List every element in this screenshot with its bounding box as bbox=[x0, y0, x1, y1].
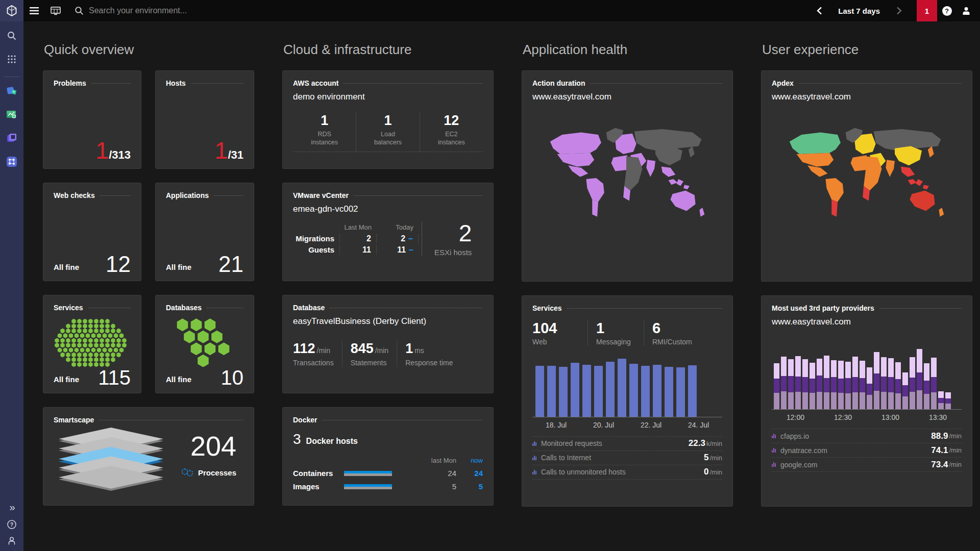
tile-title: Most used 3rd party providers bbox=[772, 304, 874, 312]
section-header-quick-overview: Quick overview bbox=[44, 42, 254, 57]
time-range-label[interactable]: Last 7 days bbox=[838, 7, 880, 15]
search-bar[interactable] bbox=[68, 6, 810, 15]
tile-vmware[interactable]: VMware vCenter emea-gdn-vc002 Last Mon T… bbox=[282, 183, 494, 281]
tile-title: AWS account bbox=[293, 79, 338, 87]
analytics-app-icon[interactable] bbox=[0, 106, 23, 124]
tile-web-checks[interactable]: Web checks All fine 12 bbox=[43, 183, 141, 281]
map-region-china bbox=[655, 146, 682, 165]
tile-action-duration[interactable]: Action duration www.easytravel.com bbox=[522, 70, 733, 282]
menu-icon[interactable] bbox=[23, 0, 45, 21]
tile-aws-account[interactable]: AWS account demo environment 1 RDSinstan… bbox=[282, 70, 494, 169]
tile-title: Problems bbox=[54, 79, 86, 87]
map-region-china bbox=[895, 146, 922, 165]
help-icon[interactable]: ? bbox=[937, 0, 957, 21]
map-region-japan bbox=[928, 146, 934, 157]
mini-bars-icon bbox=[532, 441, 536, 446]
stat-row-calls-unmonitored[interactable]: Calls to unmonitored hosts 0/min bbox=[532, 465, 722, 480]
mini-bars-icon bbox=[772, 448, 776, 453]
map-region-south_america bbox=[825, 178, 843, 202]
database-name: easyTravelBusiness (Derby Client) bbox=[293, 316, 483, 327]
sidebar-search-icon[interactable] bbox=[0, 27, 23, 45]
map-region-mexico bbox=[568, 165, 588, 177]
processes-count: 204 bbox=[190, 430, 236, 462]
help-circle-icon[interactable]: ? bbox=[7, 519, 17, 530]
application-name: www.easytravel.com bbox=[772, 317, 962, 327]
apps-grid-icon[interactable] bbox=[0, 50, 23, 68]
map-region-india bbox=[646, 160, 655, 177]
tile-title: Action duration bbox=[532, 79, 585, 87]
providers-chart-x-axis: 12:00 12:30 13:00 13:30 bbox=[772, 413, 962, 421]
user-icon[interactable] bbox=[957, 0, 976, 21]
processes-label: Processes bbox=[198, 468, 236, 477]
map-region-australia bbox=[670, 190, 695, 211]
tile-3rd-party-providers[interactable]: Most used 3rd party providers www.easytr… bbox=[761, 295, 972, 507]
web-checks-count: 12 bbox=[106, 252, 131, 277]
map-region-canada bbox=[790, 133, 841, 154]
title-rule bbox=[799, 83, 962, 84]
db-stat-response-time: 1ms Response time bbox=[397, 341, 461, 367]
app-logo[interactable] bbox=[0, 0, 23, 21]
tile-title: Databases bbox=[166, 304, 202, 312]
map-region-canada bbox=[550, 133, 601, 154]
map-region-new_zealand bbox=[939, 208, 944, 217]
containers-sparkbar bbox=[344, 471, 392, 476]
services-count: 115 bbox=[98, 366, 131, 389]
title-rule bbox=[214, 195, 243, 196]
map-region-mexico bbox=[807, 165, 827, 177]
tile-services-overview[interactable]: Services All fine 115 bbox=[43, 295, 141, 393]
infrastructure-app-icon[interactable] bbox=[0, 129, 23, 147]
problems-badge[interactable]: 1 bbox=[917, 0, 937, 21]
map-region-africa_main bbox=[624, 156, 642, 190]
status-label: All fine bbox=[54, 375, 79, 384]
docker-hosts-count: 3 bbox=[293, 431, 301, 447]
profile-icon[interactable] bbox=[7, 536, 17, 546]
tile-title: Apdex bbox=[772, 79, 794, 87]
workflows-app-icon[interactable] bbox=[0, 153, 23, 171]
tile-problems[interactable]: Problems 1/313 bbox=[43, 70, 141, 169]
stat-row-monitored-requests[interactable]: Monitored requests 22.3k/min bbox=[532, 437, 722, 451]
mini-bars-icon bbox=[532, 456, 536, 460]
apdex-world-map bbox=[772, 124, 962, 233]
title-rule bbox=[207, 308, 243, 308]
tile-applications[interactable]: Applications All fine 21 bbox=[155, 183, 254, 281]
hosts-problem-count: 1 bbox=[214, 138, 228, 162]
title-rule bbox=[100, 195, 131, 196]
cube-logo-icon bbox=[6, 5, 18, 17]
problems-total: /313 bbox=[109, 148, 131, 162]
provider-row-cfapps[interactable]: cfapps.io 88.9/min bbox=[772, 429, 962, 443]
time-forward-button[interactable] bbox=[889, 0, 909, 21]
topbar: Last 7 days 1 ? bbox=[23, 0, 980, 21]
tile-docker[interactable]: Docker 3 Docker hosts last Mon now Conta… bbox=[282, 407, 494, 506]
tile-smartscape[interactable]: Smartscape 204 Processes bbox=[43, 407, 254, 506]
sidebar-divider bbox=[4, 77, 19, 77]
map-region-india bbox=[886, 160, 895, 177]
tile-services-health[interactable]: Services 104 Web 1 Messaging 6 RMI/Custo… bbox=[522, 295, 733, 507]
svg-text:?: ? bbox=[10, 522, 13, 528]
hosts-total: /31 bbox=[228, 148, 243, 162]
time-back-button[interactable] bbox=[810, 0, 829, 21]
stat-row-calls-internet[interactable]: Calls to Internet 5/min bbox=[532, 451, 722, 465]
tile-title: Hosts bbox=[166, 79, 186, 87]
dashboards-icon[interactable] bbox=[45, 0, 66, 21]
db-stat-transactions: 112/min Transactions bbox=[293, 341, 342, 367]
vcenter-name: emea-gdn-vc002 bbox=[293, 204, 483, 214]
applications-count: 21 bbox=[218, 252, 243, 277]
tile-hosts[interactable]: Hosts 1/31 bbox=[155, 70, 254, 169]
services-stat-messaging: 1 Messaging bbox=[587, 320, 644, 346]
tile-apdex[interactable]: Apdex www.easytravel.com bbox=[761, 70, 972, 282]
map-region-usa bbox=[796, 153, 834, 167]
tile-title: Applications bbox=[166, 191, 209, 199]
provider-row-google[interactable]: google.com 73.4/min bbox=[772, 458, 962, 472]
problems-open-count: 1 bbox=[95, 138, 109, 162]
provider-row-dynatrace[interactable]: dynatrace.com 74.1/min bbox=[772, 443, 962, 458]
status-label: All fine bbox=[166, 263, 191, 271]
title-rule bbox=[99, 420, 243, 420]
tile-databases-overview[interactable]: Databases All fine 10 bbox=[155, 295, 254, 393]
observability-app-icon[interactable] bbox=[0, 82, 23, 101]
vmware-table: Last Mon Today Migrations 2 2– Guests 11… bbox=[293, 221, 419, 257]
expand-sidebar-icon[interactable]: » bbox=[9, 502, 14, 513]
search-input[interactable] bbox=[89, 6, 303, 15]
title-rule bbox=[191, 83, 243, 84]
map-region-argentina bbox=[831, 199, 838, 216]
tile-database[interactable]: Database easyTravelBusiness (Derby Clien… bbox=[282, 295, 494, 393]
